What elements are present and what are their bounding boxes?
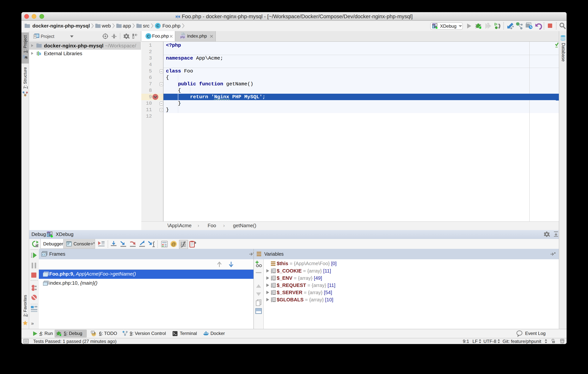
svg-text:3: 3 [271,286,272,288]
svg-text:3: 3 [180,245,182,247]
svg-text:3: 3 [271,293,272,295]
svg-text:3: 3 [271,279,272,281]
svg-text:php: php [47,231,51,233]
svg-text:php: php [180,35,185,39]
svg-text:T: T [553,341,554,343]
svg-text:php: php [432,23,436,25]
svg-text:3: 3 [271,272,272,273]
svg-text:3: 3 [271,301,272,302]
